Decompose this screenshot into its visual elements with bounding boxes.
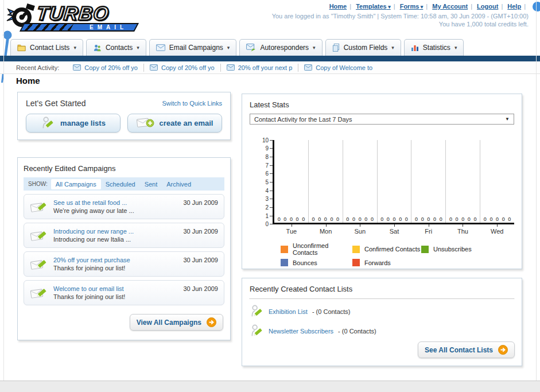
contact-list-link[interactable]: Exhibition List (269, 308, 308, 315)
header-link[interactable]: My Account| (432, 3, 475, 10)
nav-tab[interactable]: Email Campaigns ▾ (149, 39, 237, 56)
bar-value-label: 0 (399, 216, 402, 222)
person-pencil-icon (250, 324, 264, 338)
footer-band (0, 381, 540, 392)
bar-value-label: 0 (359, 216, 362, 222)
bar-value-label: 0 (427, 216, 430, 222)
bar-value-label: 0 (371, 216, 374, 222)
button-label: View All Campaigns (137, 319, 201, 327)
campaigns-panel: Recently Edited Campaigns SHOW: All Camp… (17, 157, 231, 340)
contact-list-count: - (0 Contacts) (338, 328, 376, 335)
page-title: Home (16, 76, 40, 86)
nav-tab[interactable]: Contact Lists ▾ (10, 39, 83, 56)
campaign-card[interactable]: See us at the retail food ... 30 Jun 200… (24, 194, 224, 219)
bar-value-label: 0 (421, 216, 424, 222)
legend-swatch (352, 259, 360, 266)
legend-swatch (281, 259, 288, 266)
recent-activity-item: Copy of Welcome to (298, 64, 378, 72)
campaign-subtitle: We're giving away our late ... (53, 207, 218, 214)
legend-item: Unsubscribes (421, 242, 514, 256)
header-link[interactable]: Logout| (477, 3, 506, 10)
recent-activity-link[interactable]: 20% off your next p (238, 64, 293, 71)
x-axis-label: Wed (480, 224, 514, 235)
chevron-down-icon: ▾ (391, 45, 394, 51)
contact-list-link[interactable]: Newsletter Subscribers (269, 328, 333, 335)
legend-label: Unconfirmed Contacts (293, 242, 352, 256)
latest-stats-title: Latest Stats (250, 100, 514, 109)
envelope-pencil-icon (30, 257, 48, 272)
bar-value-label: 0 (433, 216, 436, 222)
campaign-card[interactable]: Welcome to our email list 30 Jun 2009 Th… (24, 280, 224, 305)
campaign-title-link[interactable]: Introducing our new range ... (53, 228, 134, 235)
campaign-title-link[interactable]: Welcome to our email list (53, 285, 124, 292)
nav-tab[interactable]: Contacts ▾ (86, 39, 146, 56)
campaign-card[interactable]: 20% off your next purchase 30 Jun 2009 T… (24, 251, 224, 277)
campaign-title-link[interactable]: See us at the retail food ... (53, 199, 127, 206)
campaign-subtitle: Thanks for joining our list! (53, 293, 218, 300)
legend-item: Forwards (352, 259, 421, 266)
recent-activity-link[interactable]: Copy of Welcome to (316, 64, 372, 71)
envelope-pencil-icon (30, 199, 48, 215)
recent-activity-link[interactable]: Copy of 20% off yo (161, 64, 215, 71)
nav-tab[interactable]: Autoresponders ▾ (239, 39, 322, 56)
button-label: See All Contact Lists (425, 346, 493, 354)
folder-icon (17, 44, 26, 52)
campaign-title-link[interactable]: 20% off your next purchase (53, 257, 130, 263)
get-started-button[interactable]: manage lists (26, 114, 121, 133)
get-started-button[interactable]: create an email (127, 114, 222, 133)
bar-value-label: 0 (461, 216, 464, 222)
chevron-down-icon: ▾ (313, 45, 316, 51)
login-status: You are logged in as "Timothy Smith" | S… (272, 12, 529, 28)
logo-stripes (21, 24, 73, 30)
stats-period-dropdown[interactable]: Contact Activity for the Last 7 Days ▼ (250, 114, 514, 125)
recent-activity-label: Recent Activity: (16, 64, 59, 71)
bar-value-label: 0 (393, 216, 395, 222)
see-all-contact-lists-button[interactable]: See All Contact Lists (418, 341, 515, 358)
legend-item: Bounces (281, 259, 352, 266)
chevron-down-icon: ▾ (73, 45, 76, 51)
view-all-campaigns-button[interactable]: View All Campaigns (130, 314, 223, 331)
people-icon (93, 44, 102, 52)
campaign-card[interactable]: Introducing our new range ... 30 Jun 200… (24, 223, 224, 248)
envelope-arrow-icon (246, 44, 256, 52)
chart-day-group: 00000 (377, 140, 411, 223)
bar-value-label: 0 (302, 216, 305, 222)
nav-tab[interactable]: Statistics ▾ (404, 39, 464, 56)
bar-value-label: 0 (508, 216, 511, 222)
person-pencil-icon (250, 304, 264, 319)
link-separator: | (426, 3, 428, 10)
contact-list-item[interactable]: Exhibition List - (0 Contacts) (250, 304, 514, 319)
get-started-title: Let's Get Started (26, 99, 86, 108)
campaign-filter-tab[interactable]: Archived (162, 179, 196, 189)
envelope-small-icon (227, 64, 235, 71)
campaigns-filter-bar: SHOW: All Campaigns Scheduled Sent Archi… (24, 177, 224, 191)
bar-value-label: 0 (283, 216, 286, 222)
header-link[interactable]: Templates| (356, 3, 398, 10)
campaign-filter-tab[interactable]: Scheduled (101, 179, 140, 189)
contact-list-count: - (0 Contacts) (312, 308, 351, 315)
logo-title: TURBO (36, 2, 110, 25)
x-axis-label: Fri (411, 224, 446, 235)
bar-value-label: 0 (456, 216, 459, 222)
bar-value-label: 0 (290, 216, 293, 222)
recent-activity-item: Copy of 20% off yo (144, 64, 221, 72)
chart-legend: Unconfirmed Contacts Confirmed Contacts … (281, 242, 514, 266)
switch-quick-links-link[interactable]: Switch to Quick Links (162, 100, 222, 107)
envelope-small-icon (73, 64, 81, 71)
nav-tab[interactable]: Custom Fields ▾ (325, 39, 401, 56)
recent-activity-link[interactable]: Copy of 20% off yo (84, 64, 138, 71)
recent-activity-bar: Recent Activity: Copy of 20% off yo Copy… (0, 61, 540, 74)
envelope-small-icon (150, 64, 158, 71)
header-link[interactable]: Help| (507, 3, 529, 10)
person-pencil-icon (41, 116, 55, 130)
campaign-filter-tab[interactable]: All Campaigns (51, 179, 101, 189)
link-separator: | (471, 3, 472, 10)
chart-x-axis: TueMonSunSatFriThuWed (274, 224, 514, 235)
header-link[interactable]: Home| (329, 3, 354, 10)
contact-list-item[interactable]: Newsletter Subscribers - (0 Contacts) (250, 324, 514, 338)
campaign-filter-tab[interactable]: Sent (140, 179, 162, 189)
header-link[interactable]: Forms| (400, 3, 431, 10)
x-axis-label: Tue (274, 224, 309, 235)
legend-swatch (281, 246, 288, 253)
recent-activity-item: Copy of 20% off yo (67, 64, 144, 72)
